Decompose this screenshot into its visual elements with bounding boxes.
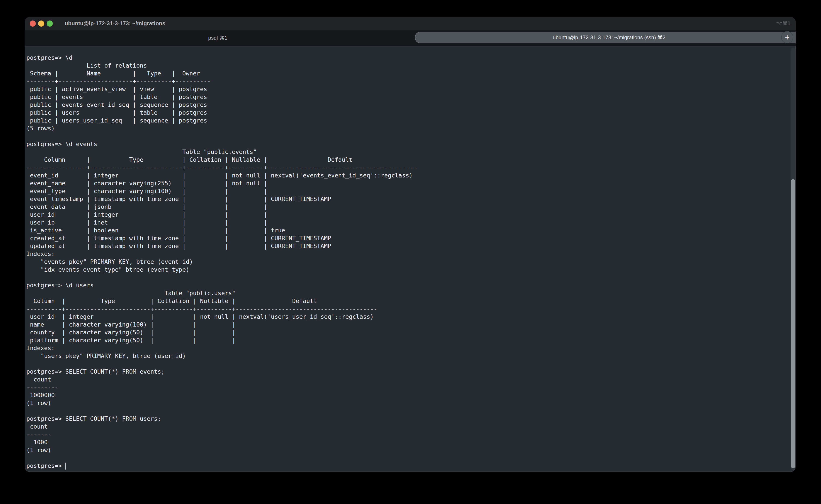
- plus-icon: +: [785, 33, 790, 41]
- text-cursor: [65, 463, 66, 470]
- tab-psql-label: psql ⌘1: [208, 35, 227, 41]
- minimize-button[interactable]: [38, 20, 44, 27]
- tab-ssh-migrations[interactable]: ubuntu@ip-172-31-3-173: ~/migrations (ss…: [415, 32, 796, 43]
- new-tab-button[interactable]: +: [781, 31, 793, 43]
- title-bar[interactable]: ubuntu@ip-172-31-3-173: ~/migrations ⌥⌘1: [25, 17, 796, 30]
- tab-bar: psql ⌘1 ubuntu@ip-172-31-3-173: ~/migrat…: [25, 30, 796, 46]
- tab-psql[interactable]: psql ⌘1: [25, 30, 411, 46]
- scrollbar-thumb[interactable]: [791, 179, 795, 468]
- terminal-content[interactable]: postgres=> \d List of relations Schema |…: [25, 46, 796, 472]
- window-title: ubuntu@ip-172-31-3-173: ~/migrations: [65, 20, 165, 27]
- close-button[interactable]: [30, 20, 36, 27]
- tab-ssh-migrations-label: ubuntu@ip-172-31-3-173: ~/migrations (ss…: [553, 34, 665, 41]
- zoom-button[interactable]: [47, 20, 53, 27]
- terminal-window: ubuntu@ip-172-31-3-173: ~/migrations ⌥⌘1…: [25, 17, 796, 472]
- window-shortcut-hint: ⌥⌘1: [776, 20, 796, 27]
- terminal-output: postgres=> \d List of relations Schema |…: [25, 46, 796, 470]
- traffic-lights: [25, 20, 53, 27]
